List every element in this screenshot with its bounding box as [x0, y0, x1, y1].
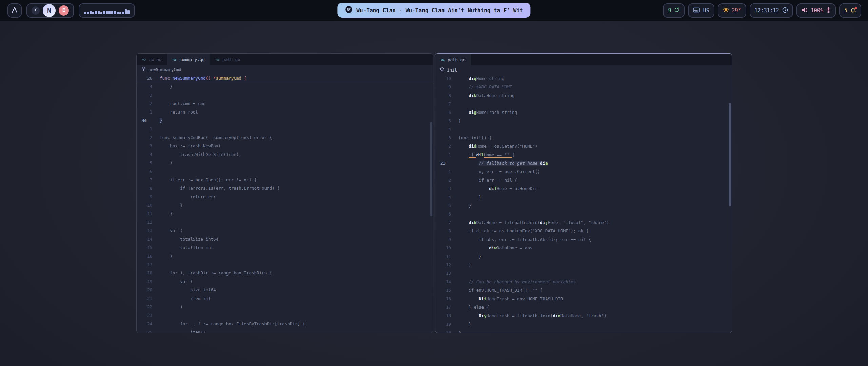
code-segment: // fallback to get home: [479, 161, 540, 166]
line-number: 12: [137, 218, 152, 226]
flash-label: g: [474, 110, 476, 115]
code-area-summary-go[interactable]: 26func newSummaryCmd() *summaryCmd {4 }3…: [137, 74, 433, 333]
code-line: 6: [435, 210, 732, 218]
code-text: ): [152, 159, 173, 167]
code-segment: size int64: [160, 287, 216, 292]
code-text: for _, f := range box.FilesByTrashDir[tr…: [152, 320, 305, 328]
document-icon: [61, 7, 66, 14]
visualizer-bar: [106, 11, 108, 14]
workspace-browser[interactable]: [32, 6, 40, 15]
code-line: 21 item int: [137, 294, 433, 303]
code-line: 16 ): [137, 252, 433, 260]
code-text: [451, 100, 458, 108]
line-number: 16: [435, 294, 451, 303]
tab-summary-go[interactable]: summary.go: [167, 54, 210, 65]
code-text: var (: [152, 226, 183, 235]
line-number: 16: [137, 252, 152, 260]
updates-pill[interactable]: 9: [663, 3, 685, 18]
flash-label: h: [474, 220, 476, 225]
code-segment: }: [458, 203, 471, 208]
code-text: DiyHomeTrash = filepath.Join(dioDataHome…: [451, 311, 607, 320]
breadcrumb-right: init: [435, 65, 732, 74]
code-line: 9 if abs, err := filepath.Abs(d); err ==…: [435, 235, 732, 244]
code-line: 4 trash.WithGetSize(true),: [137, 150, 433, 159]
line-number: 24: [137, 320, 152, 328]
workspace-active[interactable]: N: [43, 4, 56, 17]
line-number: 6: [435, 210, 451, 218]
code-text: [152, 311, 160, 320]
code-line: 10 diqHome string: [435, 74, 732, 83]
code-text: // $XDG_DATA_HOME: [451, 83, 512, 91]
line-number: 13: [137, 226, 152, 235]
code-line: 5): [435, 117, 732, 125]
line-number: 25: [137, 328, 152, 333]
sun-icon: [723, 7, 729, 14]
code-text: if dilHome == "" {: [451, 150, 515, 159]
line-number: 8: [435, 227, 451, 235]
workspace-document[interactable]: [59, 5, 69, 16]
tab-path-go[interactable]: path.go: [210, 54, 246, 65]
code-text: for i, trashDir := range box.TrashDirs {: [152, 269, 272, 277]
code-segment: Di: [479, 313, 484, 318]
tab-label: path.go: [222, 57, 240, 62]
line-number: 46: [137, 116, 152, 125]
editor-window-right: path.go init 10 diqHome string9 // $XDG_…: [435, 53, 732, 333]
line-number: 21: [137, 294, 152, 303]
weather-pill[interactable]: 29°: [718, 3, 746, 18]
code-text: difHome = u.HomeDir: [451, 184, 537, 193]
code-segment: if d, ok := os.LookupEnv("XDG_DATA_HOME"…: [458, 228, 589, 233]
flash-label: a: [545, 161, 548, 166]
launcher-arrow-icon: [11, 6, 18, 15]
volume-pill[interactable]: 100%: [796, 3, 836, 18]
scrollbar-thumb[interactable]: [430, 122, 432, 216]
code-segment: DataHome, "Trash"): [560, 313, 606, 318]
code-line: 13 var (: [137, 226, 433, 235]
code-text: return err: [152, 192, 216, 201]
code-segment: [458, 93, 469, 98]
line-number: 10: [435, 74, 451, 83]
code-segment: di: [540, 161, 545, 166]
editor-window-left: rm.gosummary.gopath.go newSummaryCmd 26f…: [136, 53, 433, 333]
code-line: 1 return root: [137, 108, 433, 116]
code-text: root.cmd = cmd: [152, 99, 205, 108]
clock-pill[interactable]: 12:31:12: [750, 3, 793, 18]
tab-rm-go[interactable]: rm.go: [137, 54, 167, 65]
code-segment: DataHome = filepath.Join(: [476, 220, 540, 225]
line-number: 10: [137, 201, 152, 209]
keyboard-layout-pill[interactable]: US: [688, 3, 714, 18]
code-segment: di: [469, 93, 474, 98]
microphone-icon: [826, 7, 831, 14]
tab-label: path.go: [448, 57, 466, 62]
line-number: 2: [435, 142, 451, 150]
line-number: 5: [137, 159, 152, 167]
code-text: diqHome string: [451, 74, 505, 83]
code-line: 8 if d, ok := os.LookupEnv("XDG_DATA_HOM…: [435, 227, 732, 235]
code-segment: [458, 161, 479, 166]
code-segment: if abs, err := filepath.Abs(d); err == n…: [458, 237, 591, 242]
code-text: [152, 218, 160, 226]
notifications-pill[interactable]: 5: [839, 3, 861, 18]
code-text: item int: [152, 294, 211, 303]
code-line: 15 if env.HOME_TRASH_DIR != "" {: [435, 286, 732, 294]
tab-path-go[interactable]: path.go: [435, 54, 471, 65]
audio-visualizer[interactable]: [79, 3, 135, 18]
code-line: 26func newSummaryCmd() *summaryCmd {: [137, 74, 433, 82]
code-segment: Home string: [476, 76, 505, 81]
scrollbar-thumb[interactable]: [729, 103, 731, 206]
flash-label: k: [474, 93, 476, 98]
code-segment: }: [160, 118, 162, 123]
code-area-path-go[interactable]: 10 diqHome string9 // $XDG_DATA_HOME8 di…: [435, 74, 732, 333]
code-segment: item int: [160, 296, 211, 301]
breadcrumb-left: newSummaryCmd: [137, 65, 433, 74]
launcher-button[interactable]: [7, 3, 22, 18]
code-text: }: [451, 193, 481, 201]
bar-right-modules: 9 US 29° 12:31:12 100: [663, 3, 861, 18]
flash-label: w: [494, 245, 497, 250]
code-line: 2 didHome = os.Getenv("HOME"): [435, 142, 732, 150]
code-segment: ): [160, 253, 173, 259]
code-line: 8 if !errors.Is(err, trash.ErrNotFound) …: [137, 184, 433, 192]
code-segment: *: [213, 76, 216, 81]
line-number: 9: [435, 83, 451, 91]
now-playing-pill[interactable]: Wu-Tang Clan - Wu-Tang Clan Ain't Nuthin…: [337, 3, 530, 18]
code-text: dikDataHome string: [451, 91, 515, 100]
